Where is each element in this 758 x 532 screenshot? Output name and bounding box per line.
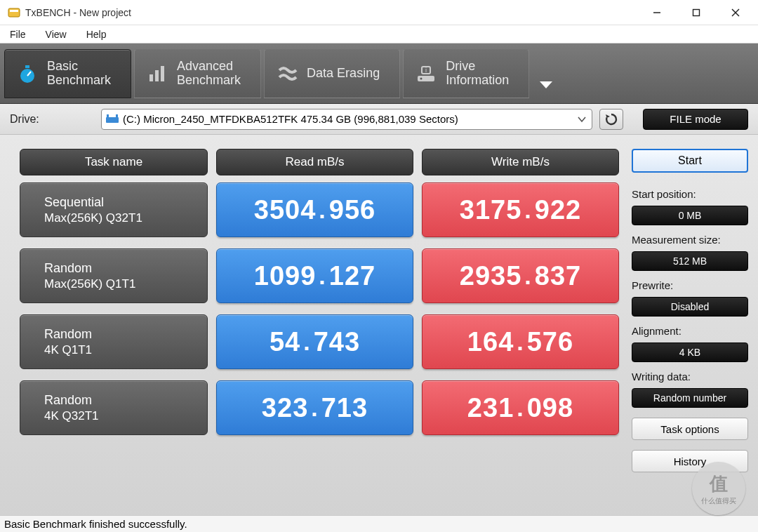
writing-data-label: Writing data:: [632, 371, 748, 383]
tab-basic-line1: Basic: [47, 59, 78, 73]
svg-text:i: i: [425, 67, 427, 74]
tab-advanced-line1: Advanced: [177, 59, 233, 73]
task-random-256k-q1t1[interactable]: Random Max(256K) Q1T1: [20, 248, 208, 303]
file-mode-button[interactable]: FILE mode: [643, 109, 748, 130]
menu-view[interactable]: View: [36, 25, 77, 43]
svg-rect-10: [155, 70, 159, 81]
minimize-button[interactable]: [637, 0, 677, 25]
svg-rect-7: [25, 65, 29, 68]
table-row: Random 4K Q1T1 54.743 164.576: [20, 314, 619, 369]
prewrite-label: Prewrite:: [632, 279, 748, 291]
alignment-label: Alignment:: [632, 325, 748, 337]
menu-file[interactable]: File: [0, 25, 36, 43]
drive-select[interactable]: (C:) Micron_2450_MTFDKBA512TFK 475.34 GB…: [101, 109, 592, 130]
content-area: Task name Read mB/s Write mB/s Sequentia…: [0, 135, 758, 515]
menu-help[interactable]: Help: [77, 25, 117, 43]
writing-data-value[interactable]: Random number: [632, 388, 748, 408]
bars-icon: [146, 62, 168, 85]
measurement-size-value[interactable]: 512 MB: [632, 251, 748, 271]
refresh-button[interactable]: [599, 109, 623, 130]
drive-selected-text: (C:) Micron_2450_MTFDKBA512TFK 475.34 GB…: [123, 113, 572, 125]
hdd-icon: [106, 114, 119, 124]
svg-rect-11: [161, 66, 164, 81]
header-read: Read mB/s: [216, 149, 413, 175]
write-value[interactable]: 231.098: [422, 380, 619, 435]
svg-rect-1: [10, 10, 18, 12]
tab-advanced-benchmark[interactable]: AdvancedBenchmark: [134, 49, 261, 98]
start-button[interactable]: Start: [632, 149, 748, 173]
svg-rect-18: [116, 114, 118, 118]
table-row: Random 4K Q32T1 323.713 231.098: [20, 380, 619, 435]
read-value[interactable]: 54.743: [216, 314, 413, 369]
svg-point-13: [420, 77, 423, 79]
app-icon: [7, 6, 21, 20]
alignment-value[interactable]: 4 KB: [632, 343, 748, 362]
prewrite-value[interactable]: Disabled: [632, 297, 748, 317]
tab-overflow-button[interactable]: [532, 49, 560, 98]
measurement-size-label: Measurement size:: [632, 234, 748, 246]
tab-advanced-line2: Benchmark: [177, 73, 241, 87]
maximize-button[interactable]: [677, 0, 716, 25]
tab-drive-information[interactable]: i DriveInformation: [403, 49, 529, 98]
write-value[interactable]: 2935.837: [422, 248, 619, 303]
drive-info-icon: i: [415, 62, 437, 85]
menubar: File View Help: [0, 25, 758, 44]
tab-data-erasing[interactable]: Data Erasing: [264, 49, 400, 98]
refresh-icon: [604, 112, 618, 126]
side-panel: Start Start position: 0 MB Measurement s…: [632, 135, 758, 515]
write-value[interactable]: 164.576: [422, 314, 619, 369]
read-value[interactable]: 323.713: [216, 380, 413, 435]
window-title: TxBENCH - New project: [25, 7, 131, 18]
task-options-button[interactable]: Task options: [632, 418, 748, 440]
task-sequential-q32t1[interactable]: Sequential Max(256K) Q32T1: [20, 182, 208, 237]
tab-driveinfo-line2: Information: [446, 73, 509, 87]
svg-rect-17: [107, 114, 109, 118]
svg-rect-9: [149, 74, 153, 81]
table-row: Sequential Max(256K) Q32T1 3504.956 3175…: [20, 182, 619, 237]
history-button[interactable]: History: [632, 450, 748, 472]
stopwatch-icon: [16, 62, 39, 85]
table-header: Task name Read mB/s Write mB/s: [20, 149, 619, 175]
svg-rect-16: [106, 117, 119, 123]
tab-driveinfo-line1: Drive: [446, 59, 475, 73]
header-write: Write mB/s: [422, 149, 619, 175]
tabstrip: BasicBenchmark AdvancedBenchmark Data Er…: [0, 44, 758, 104]
write-value[interactable]: 3175.922: [422, 182, 619, 237]
benchmark-results: Task name Read mB/s Write mB/s Sequentia…: [0, 135, 632, 515]
table-row: Random Max(256K) Q1T1 1099.127 2935.837: [20, 248, 619, 303]
header-task: Task name: [20, 149, 208, 175]
task-random-4k-q32t1[interactable]: Random 4K Q32T1: [20, 380, 208, 435]
start-position-label: Start position:: [632, 188, 748, 200]
start-position-value[interactable]: 0 MB: [632, 206, 748, 225]
tab-basic-benchmark[interactable]: BasicBenchmark: [4, 49, 131, 98]
statusbar: Basic Benchmark finished successfully.: [0, 515, 758, 532]
close-button[interactable]: [716, 0, 755, 25]
chevron-down-icon: [576, 114, 587, 125]
chevron-down-icon: [540, 81, 552, 88]
svg-rect-0: [8, 8, 20, 17]
status-text: Basic Benchmark finished successfully.: [4, 518, 187, 530]
svg-rect-3: [693, 9, 700, 15]
task-random-4k-q1t1[interactable]: Random 4K Q1T1: [20, 314, 208, 369]
tab-basic-line2: Benchmark: [47, 73, 111, 87]
read-value[interactable]: 3504.956: [216, 182, 413, 237]
drive-label: Drive:: [10, 113, 94, 126]
drive-row: Drive: (C:) Micron_2450_MTFDKBA512TFK 47…: [0, 104, 758, 135]
read-value[interactable]: 1099.127: [216, 248, 413, 303]
titlebar: TxBENCH - New project: [0, 0, 758, 25]
tab-erasing-label: Data Erasing: [307, 67, 380, 81]
erase-icon: [276, 62, 298, 85]
